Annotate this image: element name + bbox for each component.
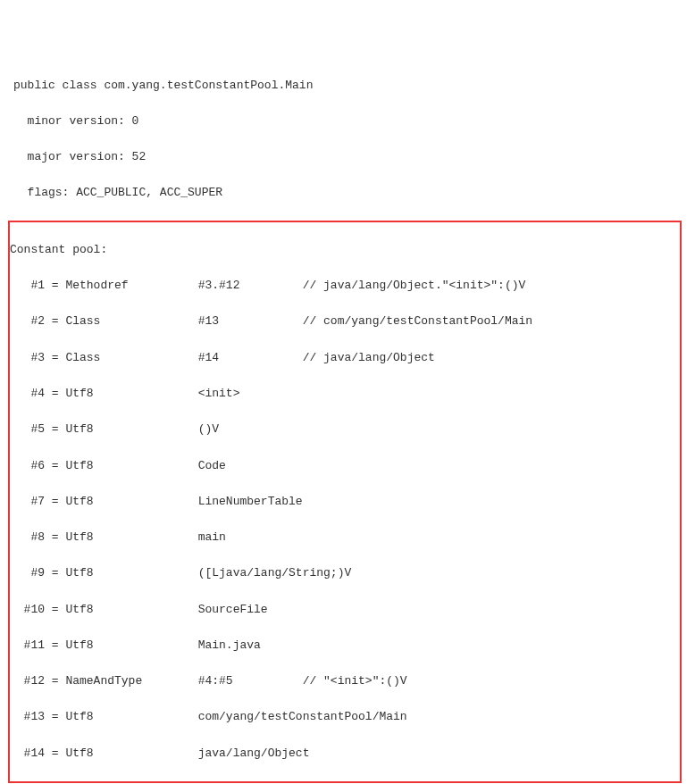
constant-pool-row: #14 = Utf8 java/lang/Object [10,745,680,763]
constant-pool-row: #8 = Utf8 main [10,529,680,546]
constant-pool-title: Constant pool: [10,241,680,259]
constant-pool-block: Constant pool: #1 = Methodref #3.#12 // … [8,221,682,783]
constant-pool-row: #1 = Methodref #3.#12 // java/lang/Objec… [10,277,680,295]
minor-version: minor version: 0 [13,113,682,130]
constant-pool-row: #5 = Utf8 ()V [10,421,680,438]
constant-pool-row: #12 = NameAndType #4:#5 // "<init>":()V [10,672,680,690]
constant-pool-row: #3 = Class #14 // java/lang/Object [10,349,680,367]
class-declaration: public class com.yang.testConstantPool.M… [13,77,682,95]
constant-pool-row: #10 = Utf8 SourceFile [10,601,680,619]
major-version: major version: 52 [13,148,682,166]
constant-pool-row: #7 = Utf8 LineNumberTable [10,493,680,511]
class-flags: flags: ACC_PUBLIC, ACC_SUPER [13,184,682,202]
constant-pool-row: #4 = Utf8 <init> [10,385,680,403]
constant-pool-row: #11 = Utf8 Main.java [10,637,680,655]
constant-pool-row: #9 = Utf8 ([Ljava/lang/String;)V [10,564,680,582]
constant-pool-row: #2 = Class #13 // com/yang/testConstantP… [10,313,680,330]
constant-pool-row: #6 = Utf8 Code [10,457,680,475]
constant-pool-row: #13 = Utf8 com/yang/testConstantPool/Mai… [10,708,680,726]
